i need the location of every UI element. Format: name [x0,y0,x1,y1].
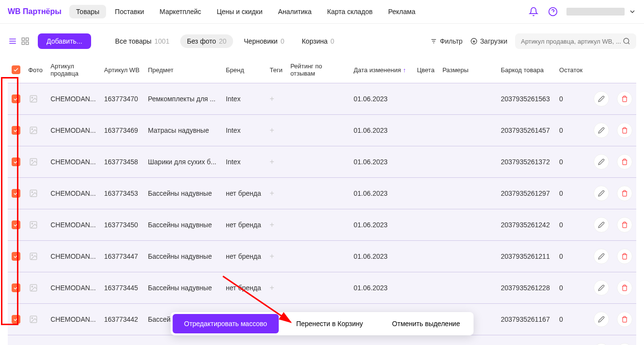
th-stock[interactable]: Остаток [555,57,589,83]
filter-count: 0 [281,37,284,45]
edit-button[interactable] [594,280,609,296]
edit-button[interactable] [594,91,609,107]
pencil-icon [598,284,605,291]
th-sizes: Размеры [439,57,497,83]
add-tag-icon[interactable]: + [269,126,274,134]
filter-count: 20 [219,37,227,45]
filter-label: Фильтр [440,37,463,45]
row-checkbox[interactable] [12,126,20,135]
bell-icon[interactable] [528,6,539,17]
edit-button[interactable] [594,249,609,264]
cell-subject: Матрасы надувные [144,115,222,146]
photo-placeholder-icon [28,125,39,136]
th-brand[interactable]: Бренд [222,57,266,83]
th-date[interactable]: Дата изменения↑ [350,57,413,83]
table-row[interactable]: CHEMODAN... 163773470 Ремкомплекты для .… [8,83,636,115]
filter-tab-all[interactable]: Все товары 1001 [109,34,176,48]
grid-view-icon[interactable] [20,36,30,46]
th-sku[interactable]: Артикул продавца [47,57,100,83]
list-view-icon[interactable] [8,36,17,46]
pencil-icon [598,316,605,323]
nav-tab-ads[interactable]: Реклама [381,5,422,18]
sort-up-icon: ↑ [403,66,406,74]
table-row[interactable]: CHEMODAN... 163773469 Матрасы надувные I… [8,115,636,146]
user-menu[interactable] [566,8,636,16]
filter-tab-nophoto[interactable]: Без фото 20 [180,34,234,48]
table-row[interactable]: CHEMODAN... 163773458 Шарики для сухих б… [8,146,636,178]
trash-icon [621,221,628,228]
add-tag-icon[interactable]: + [269,283,274,292]
edit-button[interactable] [594,186,609,201]
move-to-trash-button[interactable]: Перенести в Корзину [284,314,375,333]
pencil-icon [598,253,605,260]
th-wbid[interactable]: Артикул WB [100,57,144,83]
nav-tab-warehouses[interactable]: Карта складов [320,5,379,18]
cell-date: 01.06.2023 [350,115,413,146]
row-checkbox[interactable] [12,283,20,292]
cell-sizes [439,115,497,146]
downloads-label: Загрузки [480,37,507,45]
delete-button[interactable] [617,249,632,264]
search-input[interactable] [521,38,623,45]
row-checkbox[interactable] [12,252,20,261]
edit-button[interactable] [594,123,609,138]
row-checkbox[interactable] [12,94,20,103]
table-row[interactable]: CHEMODAN... 163773447 Бассейны надувные … [8,241,636,272]
cell-date: 0... [350,335,413,345]
downloads-button[interactable]: Загрузки [471,37,507,45]
delete-button[interactable] [617,312,632,327]
filter-tab-trash[interactable]: Корзина 0 [295,34,341,48]
cell-colors [413,83,438,115]
filter-count: 0 [330,37,334,45]
add-tag-icon[interactable]: + [269,252,274,260]
nav-tab-prices[interactable]: Цены и скидки [210,5,269,18]
add-tag-icon[interactable]: + [269,157,274,166]
row-checkbox[interactable] [12,220,20,229]
delete-button[interactable] [617,186,632,201]
row-checkbox[interactable] [12,157,20,166]
delete-button[interactable] [617,217,632,233]
delete-button[interactable] [617,343,632,345]
row-checkbox[interactable] [12,315,20,324]
filter-tab-drafts[interactable]: Черновики 0 [237,34,291,48]
add-button[interactable]: Добавить... [38,33,91,49]
add-tag-icon[interactable]: + [269,220,274,229]
nav-tab-analytics[interactable]: Аналитика [271,5,318,18]
edit-button[interactable] [594,343,609,345]
nav-tab-marketplace[interactable]: Маркетплейс [153,5,208,18]
cell-sizes [439,146,497,178]
cell-wbid: 163773439 [100,335,144,345]
cell-sku: CHEMODAN... [47,241,100,272]
nav-tab-products[interactable]: Товары [69,5,106,18]
th-subject[interactable]: Предмет [144,57,222,83]
search-box[interactable] [515,33,636,49]
add-tag-icon[interactable]: + [269,94,274,103]
bulk-edit-button[interactable]: Отредактировать массово [173,314,279,333]
table-row[interactable]: CHEMODAN... 163773450 Бассейны надувные … [8,209,636,241]
row-checkbox[interactable] [12,189,20,198]
cell-sku: CHEMODAN... [47,304,100,335]
delete-button[interactable] [617,280,632,296]
delete-button[interactable] [617,123,632,138]
th-checkbox[interactable] [8,57,24,83]
edit-button[interactable] [594,312,609,327]
help-icon[interactable] [547,6,559,17]
cancel-selection-button[interactable]: Отменить выделение [380,314,471,333]
filter-button[interactable]: Фильтр [430,37,463,45]
edit-button[interactable] [594,154,609,170]
svg-point-18 [31,128,32,129]
nav-tab-supplies[interactable]: Поставки [108,5,151,18]
table-row[interactable]: CHEMODAN... 163773445 Бассейны надувные … [8,272,636,304]
photo-placeholder-icon [28,282,39,293]
th-rating[interactable]: Рейтинг по отзывам [286,57,350,83]
cell-sizes [439,83,497,115]
add-tag-icon[interactable]: + [269,189,274,197]
delete-button[interactable] [617,154,632,170]
svg-point-30 [31,317,32,318]
check-icon [13,316,19,322]
delete-button[interactable] [617,91,632,107]
table-row[interactable]: CHEMODAN... 163773439 Бассейн... + 0... … [8,335,636,345]
table-row[interactable]: CHEMODAN... 163773453 Бассейны надувные … [8,178,636,209]
cell-barcode: 2037935261129 [497,335,555,345]
edit-button[interactable] [594,217,609,233]
